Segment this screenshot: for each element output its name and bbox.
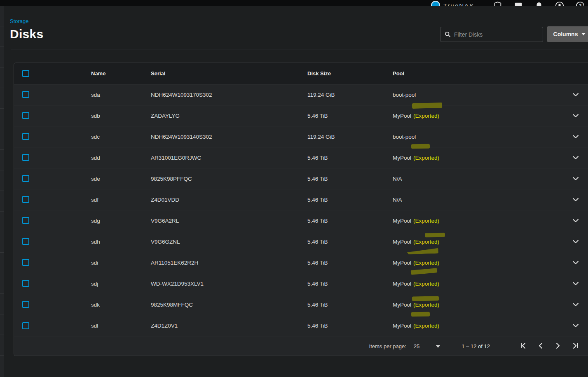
expand-row-button[interactable] [572,216,580,225]
user-icon[interactable] [555,1,564,6]
disk-size-cell: 5.46 TiB [307,273,328,294]
disk-pool-cell: MyPool(Exported) [393,105,439,126]
disk-serial-cell: WD-WX21D953XLV1 [151,273,204,294]
pool-name-text: MyPool [393,302,411,308]
row-checkbox[interactable] [22,217,29,224]
expand-row-button[interactable] [572,279,580,288]
chevron-down-icon [573,177,579,181]
expand-row-button[interactable] [572,322,580,330]
next-page-button[interactable] [553,340,563,351]
first-page-button[interactable] [518,340,529,351]
column-header-serial[interactable]: Serial [151,63,165,84]
brand-text: TrueNAS [443,2,474,6]
previous-page-icon [537,342,544,349]
pool-name-text: N/A [393,197,402,203]
disk-serial-cell: 9825K98PFFQC [151,168,192,189]
expand-row-button[interactable] [572,112,580,120]
table-row: sdcNDH624W1093140S302119.24 GiBboot-pool [14,126,588,147]
disk-size-cell: 5.46 TiB [307,315,328,336]
chevron-down-icon [573,303,579,307]
row-checkbox[interactable] [22,259,29,266]
display-icon[interactable] [514,1,523,6]
pool-exported-text: (Exported) [413,273,439,294]
collapsed-sidebar-edge [0,6,4,377]
disk-pool-cell: MyPool(Exported) [393,147,439,168]
chevron-down-icon [573,219,579,223]
disk-pool-cell: MyPool(Exported) [393,210,439,231]
table-row: sdbZADAYLYG5.46 TiBMyPool(Exported) [14,105,588,126]
row-checkbox[interactable] [22,322,29,329]
disk-name-cell: sda [91,84,100,105]
pool-exported-text: (Exported) [413,315,439,336]
paginator: Items per page: 25 1 – 12 of 12 [14,337,588,356]
breadcrumb-storage[interactable]: Storage [10,18,29,24]
row-checkbox[interactable] [22,154,29,161]
columns-button[interactable]: Columns [547,26,588,42]
next-page-icon [554,342,562,349]
chevron-down-icon [573,93,579,97]
column-header-disk-size[interactable]: Disk Size [307,63,331,84]
pool-name-text: MyPool [393,155,411,161]
disk-serial-cell: NDH624W1093170S302 [151,84,212,105]
previous-page-button[interactable] [535,340,546,351]
expand-row-button[interactable] [572,300,580,309]
top-navigation-bar: TrueNAS ? [0,0,588,6]
column-header-name[interactable]: Name [91,63,105,84]
pool-name-text: MyPool [393,113,411,119]
pool-exported-text: (Exported) [413,231,439,252]
disk-pool-cell: MyPool(Exported) [393,315,439,336]
help-icon[interactable]: ? [576,1,585,6]
disk-pool-cell: MyPool(Exported) [393,294,439,315]
shield-icon[interactable] [493,1,502,6]
disk-size-cell: 119.24 GiB [307,126,335,147]
chevron-down-icon [573,156,579,160]
chevron-down-icon [573,261,579,265]
disk-pool-cell: N/A [393,189,402,210]
bell-icon[interactable] [534,1,543,6]
expand-row-button[interactable] [572,237,580,246]
column-header-pool[interactable]: Pool [393,63,404,84]
disk-pool-cell: MyPool(Exported) [393,252,439,273]
disk-serial-cell: NDH624W1093140S302 [151,126,212,147]
page-title: Disks [10,27,44,41]
row-checkbox[interactable] [22,238,29,245]
first-page-icon [520,342,527,349]
last-page-button[interactable] [570,340,581,351]
disk-size-cell: 5.46 TiB [307,210,328,231]
disk-serial-cell: AR11051EK62R2H [151,252,198,273]
expand-row-button[interactable] [572,258,580,267]
filter-disks-input[interactable] [454,31,539,38]
expand-row-button[interactable] [572,175,580,183]
disk-size-cell: 5.46 TiB [307,147,328,168]
table-body: sdaNDH624W1093170S302119.24 GiBboot-pool… [14,84,588,336]
row-checkbox[interactable] [22,301,29,308]
items-per-page-caret-icon[interactable] [436,345,440,348]
expand-row-button[interactable] [572,195,580,204]
row-checkbox[interactable] [22,112,29,119]
table-row: sdlZ4D1Z0V15.46 TiBMyPool(Exported) [14,315,588,336]
disk-name-cell: sdc [91,126,100,147]
disk-serial-cell: 9825K98MFFQC [151,294,193,315]
disks-table-card: Name Serial Disk Size Pool sdaNDH624W109… [14,63,588,356]
expand-row-button[interactable] [572,91,580,99]
row-checkbox[interactable] [22,196,29,203]
disk-size-cell: 5.46 TiB [307,105,328,126]
row-checkbox[interactable] [22,91,29,98]
pool-name-text: MyPool [393,260,411,266]
select-all-checkbox[interactable] [22,70,29,77]
row-checkbox[interactable] [22,175,29,182]
expand-row-button[interactable] [572,154,580,162]
items-per-page-value[interactable]: 25 [414,343,419,349]
disk-serial-cell: ZADAYLYG [151,105,180,126]
table-row: sdfZ4D01VDD5.46 TiBN/A [14,189,588,210]
disk-name-cell: sdb [91,105,100,126]
filter-disks-box [440,27,543,42]
disk-size-cell: 5.46 TiB [307,168,328,189]
pool-name-text: MyPool [393,239,411,245]
row-checkbox[interactable] [22,280,29,287]
items-per-page-label: Items per page: [369,343,406,349]
row-checkbox[interactable] [22,133,29,140]
pool-name-text: MyPool [393,281,411,287]
brand-logo-group[interactable]: TrueNAS [431,1,474,6]
expand-row-button[interactable] [572,133,580,141]
